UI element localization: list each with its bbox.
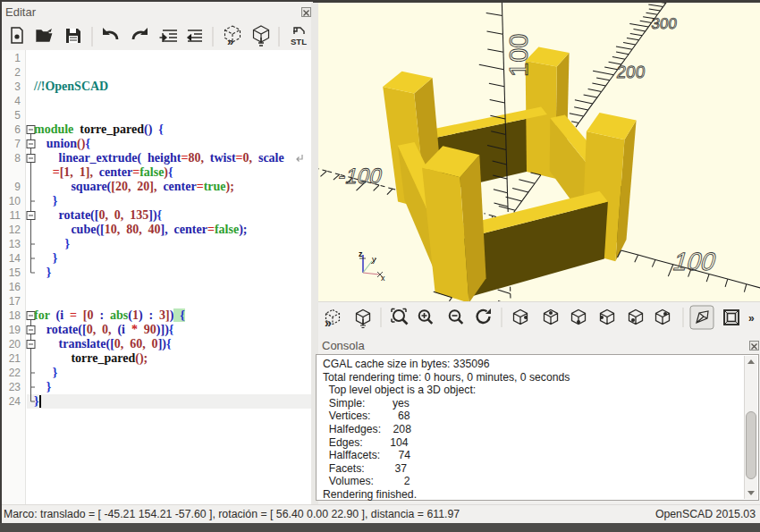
svg-text:z: z xyxy=(359,249,363,258)
svg-text:x: x xyxy=(381,274,385,283)
svg-text:100: 100 xyxy=(670,248,720,275)
svg-text:»: » xyxy=(748,312,755,325)
svg-text:300: 300 xyxy=(651,15,678,32)
svg-text:-100: -100 xyxy=(336,164,385,188)
svg-text:»: » xyxy=(325,316,332,330)
svg-text:200: 200 xyxy=(616,63,646,81)
svg-text:100: 100 xyxy=(504,34,533,77)
svg-text:STL: STL xyxy=(291,37,307,46)
svg-text:»: » xyxy=(227,35,233,48)
